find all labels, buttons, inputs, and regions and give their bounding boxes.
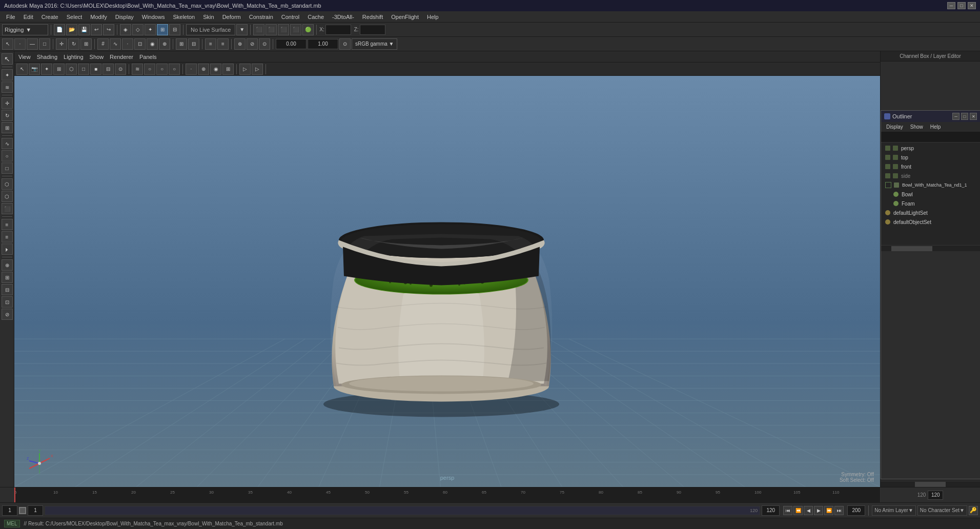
tree-item-bowl-group[interactable]: Bowl_With_Matcha_Tea_nd1_1 xyxy=(881,180,980,190)
vp-deform-btn[interactable]: ▷ xyxy=(252,64,263,75)
snap-live[interactable]: ◉ xyxy=(147,38,158,50)
outliner-scrollbar[interactable] xyxy=(881,245,980,251)
history-btn[interactable]: ⊞ xyxy=(176,38,187,50)
tree-item-front[interactable]: front xyxy=(881,162,980,171)
render-btn5[interactable]: 🟢 xyxy=(302,24,314,35)
outliner-scroll-handle[interactable] xyxy=(891,246,932,251)
render-btn3[interactable]: ⬛ xyxy=(278,24,289,35)
goto-start-btn[interactable]: ⏮ xyxy=(783,506,792,515)
vp-solid-btn[interactable]: ■ xyxy=(90,64,101,75)
menu-cache[interactable]: Cache xyxy=(303,13,328,21)
vp-texture-btn[interactable]: ⊟ xyxy=(103,64,114,75)
soft-mod-btn2[interactable]: ⊙ xyxy=(259,38,270,50)
lasso-tool[interactable]: ◇ xyxy=(132,24,144,35)
maximize-button[interactable]: □ xyxy=(957,2,966,9)
render-btn2[interactable]: ⬛ xyxy=(266,24,277,35)
range-end-field[interactable]: 120 xyxy=(762,505,780,516)
vp-menu-renderer[interactable]: Renderer xyxy=(110,54,133,60)
render-btn1[interactable]: ⬛ xyxy=(253,24,264,35)
subdivide-btn[interactable]: ⬡ xyxy=(2,191,13,202)
select-mode-btn[interactable]: ↖ xyxy=(2,38,13,50)
sculpt-btn[interactable]: ≋ xyxy=(2,82,13,93)
move-tool[interactable]: ✛ xyxy=(56,38,67,50)
tree-item-top[interactable]: top xyxy=(881,153,980,162)
outliner-menu-help[interactable]: Help xyxy=(927,123,944,131)
menu-skin[interactable]: Skin xyxy=(199,13,218,21)
x-coord[interactable] xyxy=(325,25,351,35)
vp-rough-btn[interactable]: ○ xyxy=(156,64,168,75)
menu-select[interactable]: Select xyxy=(63,13,87,21)
layer-btn[interactable]: ≡ xyxy=(2,231,13,242)
menu-windows[interactable]: Windows xyxy=(138,13,169,21)
close-button[interactable]: ✕ xyxy=(968,2,976,9)
deform-btn[interactable]: □ xyxy=(2,162,13,174)
z-coord[interactable] xyxy=(360,25,385,35)
vp-light-btn[interactable]: ⊙ xyxy=(115,64,126,75)
scale-tool[interactable]: ⊞ xyxy=(80,38,92,50)
menu-file[interactable]: File xyxy=(2,13,19,21)
menu-display[interactable]: Display xyxy=(111,13,138,21)
no-anim-layer-dropdown[interactable]: No Anim Layer ▼ xyxy=(872,505,916,516)
no-live-surface[interactable]: No Live Surface xyxy=(186,24,235,35)
live-surface-btn[interactable]: ▼ xyxy=(236,24,248,35)
menu-redshift[interactable]: Redshift xyxy=(358,13,387,21)
render-setup-btn[interactable]: ⬛ xyxy=(2,203,13,214)
menu-openflight[interactable]: OpenFlight xyxy=(387,13,423,21)
face-btn[interactable]: □ xyxy=(39,38,50,50)
tree-item-lightset[interactable]: defaultLightSet xyxy=(881,208,980,217)
play-back-btn[interactable]: ◀ xyxy=(804,506,813,515)
right-panel-scrollbar[interactable] xyxy=(881,481,980,487)
gamma-dropdown[interactable]: sRGB gamma ▼ xyxy=(352,38,397,50)
timeline-frame-box[interactable]: 120 xyxy=(928,491,943,500)
vp-menu-panels[interactable]: Panels xyxy=(139,54,157,60)
value-field2[interactable]: 1.00 xyxy=(308,39,338,49)
frame-current-field[interactable]: 1 xyxy=(28,505,43,516)
snap-grid[interactable]: # xyxy=(97,38,109,50)
render-btn4[interactable]: ⬛ xyxy=(290,24,301,35)
vp-wire-btn[interactable]: □ xyxy=(78,64,89,75)
right-scroll-handle[interactable] xyxy=(915,482,946,487)
vp-persp-btn[interactable]: ⬡ xyxy=(66,64,77,75)
render-layer-btn[interactable]: ≡ xyxy=(217,38,229,50)
display-btn[interactable]: ≡ xyxy=(2,219,13,230)
vertex-btn[interactable]: · xyxy=(14,38,26,50)
menu-help[interactable]: Help xyxy=(423,13,443,21)
soft-mod-btn[interactable]: ⊘ xyxy=(247,38,258,50)
save-scene-btn[interactable]: 💾 xyxy=(78,24,90,35)
misc-btn4[interactable]: ⊡ xyxy=(2,296,13,308)
edge-btn[interactable]: — xyxy=(27,38,38,50)
frame-start-field[interactable]: 1 xyxy=(2,505,17,516)
menu-edit[interactable]: Edit xyxy=(19,13,37,21)
vp-hud-btn[interactable]: ⊞ xyxy=(222,64,234,75)
curve-btn[interactable]: ∿ xyxy=(2,138,13,149)
value-field1[interactable]: 0.00 xyxy=(276,39,307,49)
outliner-menu-show[interactable]: Show xyxy=(907,123,926,131)
paint-tool[interactable]: ✦ xyxy=(145,24,156,35)
constraint-btn[interactable]: ⊟ xyxy=(188,38,199,50)
no-char-set-dropdown[interactable]: No Character Set ▼ xyxy=(917,505,967,516)
snap-curve[interactable]: ∿ xyxy=(110,38,121,50)
vp-menu-lighting[interactable]: Lighting xyxy=(64,54,84,60)
vp-sym-btn[interactable]: ⊕ xyxy=(198,64,209,75)
scale-btn[interactable]: ⊞ xyxy=(2,122,13,133)
vp-paint-btn[interactable]: ✦ xyxy=(41,64,52,75)
snap-view[interactable]: ⊡ xyxy=(134,38,146,50)
vp-motion-btn[interactable]: ▷ xyxy=(239,64,251,75)
menu-3dtoall[interactable]: -3DtoAll- xyxy=(328,13,358,21)
vp-menu-shading[interactable]: Shading xyxy=(37,54,57,60)
mode-dropdown[interactable]: Rigging ▼ xyxy=(2,24,48,35)
redo-btn[interactable]: ↪ xyxy=(103,24,114,35)
snap-custom[interactable]: ⊕ xyxy=(159,38,170,50)
tree-item-objectset[interactable]: defaultObjectSet xyxy=(881,217,980,227)
surface-btn[interactable]: ○ xyxy=(2,150,13,161)
play-fwd-btn[interactable]: ▶ xyxy=(814,506,823,515)
open-scene-btn[interactable]: 📂 xyxy=(66,24,77,35)
outliner-close[interactable]: ✕ xyxy=(970,113,977,120)
tool3[interactable]: ⊟ xyxy=(169,24,180,35)
vp-smooth-btn[interactable]: ○ xyxy=(144,64,155,75)
tree-item-foam[interactable]: Foam xyxy=(881,199,980,208)
menu-create[interactable]: Create xyxy=(37,13,63,21)
vp-cam-btn[interactable]: 📷 xyxy=(29,64,40,75)
misc-btn3[interactable]: ⊟ xyxy=(2,284,13,295)
move-btn[interactable]: ✛ xyxy=(2,97,13,109)
